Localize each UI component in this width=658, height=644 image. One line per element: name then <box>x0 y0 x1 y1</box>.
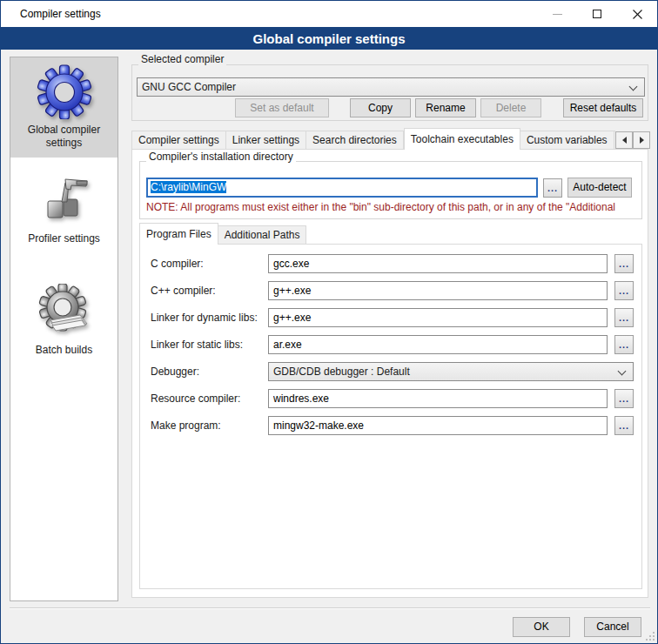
auto-detect-button[interactable]: Auto-detect <box>567 178 632 198</box>
subtab-program-files[interactable]: Program Files <box>139 223 218 245</box>
form-row-static-linker: Linker for static libs: ... <box>140 335 641 354</box>
title-bar[interactable]: Compiler settings <box>1 1 657 27</box>
selected-compiler-legend: Selected compiler <box>138 53 226 65</box>
maximize-icon <box>593 10 601 18</box>
c-compiler-browse-button[interactable]: ... <box>614 254 634 273</box>
tab-search-directories[interactable]: Search directories <box>306 131 404 150</box>
field-label: C++ compiler: <box>151 281 216 300</box>
field-label: Resource compiler: <box>151 389 240 408</box>
compiler-select-value: GNU GCC Compiler <box>142 81 236 93</box>
chevron-down-icon <box>618 367 627 376</box>
arrow-right-icon <box>640 137 644 144</box>
form-row-resource-compiler: Resource compiler: ... <box>140 389 641 408</box>
footer-divider <box>10 607 650 609</box>
chevron-down-icon <box>629 83 638 91</box>
resource-compiler-input[interactable] <box>268 389 608 408</box>
make-program-input[interactable] <box>268 416 608 435</box>
copy-button[interactable]: Copy <box>350 98 411 117</box>
tab-linker-settings[interactable]: Linker settings <box>226 131 306 150</box>
main-panel: Selected compiler GNU GCC Compiler Set a… <box>130 53 652 601</box>
compiler-select[interactable]: GNU GCC Compiler <box>137 77 645 97</box>
blue-gear-icon <box>37 64 92 119</box>
settings-category-list: Global compiler settings Profiler settin… <box>10 57 118 601</box>
tab-toolchain-executables[interactable]: Toolchain executables <box>404 128 520 150</box>
tab-scroll-right-button[interactable] <box>633 131 650 149</box>
dynamic-linker-browse-button[interactable]: ... <box>614 308 634 327</box>
install-dir-legend: Compiler's installation directory <box>146 151 296 163</box>
debugger-select[interactable]: GDB/CDB debugger : Default <box>268 362 634 381</box>
minimize-icon <box>553 14 562 15</box>
arrow-left-icon <box>622 137 627 144</box>
toolchain-executables-page: Compiler's installation directory C:\ray… <box>131 149 648 598</box>
field-label: Make program: <box>151 416 221 435</box>
tab-custom-variables[interactable]: Custom variables <box>520 131 614 150</box>
sidebar-item-profiler-settings[interactable]: Profiler settings <box>10 166 118 253</box>
sidebar-item-global-compiler-settings[interactable]: Global compiler settings <box>10 57 118 158</box>
debugger-select-value: GDB/CDB debugger : Default <box>273 366 410 378</box>
set-as-default-button[interactable]: Set as default <box>235 98 329 117</box>
settings-tabstrip: Compiler settingsLinker settingsSearch d… <box>131 128 615 150</box>
close-button[interactable] <box>617 1 657 27</box>
maximize-button[interactable] <box>577 1 617 27</box>
form-row-make-program: Make program: ... <box>140 416 641 435</box>
form-row-debugger: Debugger: GDB/CDB debugger : Default <box>140 362 641 381</box>
compiler-buttons-row: Set as default Copy Rename Delete Reset … <box>137 98 645 117</box>
banner-title: Global compiler settings <box>252 31 405 46</box>
sidebar-item-label: Global compiler settings <box>14 124 114 150</box>
sidebar-item-label: Profiler settings <box>14 232 114 245</box>
resize-grip[interactable] <box>646 632 655 641</box>
ok-button[interactable]: OK <box>513 617 570 637</box>
field-label: C compiler: <box>151 254 204 273</box>
window-title: Compiler settings <box>20 8 101 20</box>
caliper-icon <box>37 172 92 228</box>
form-row-c-compiler: C compiler: ... <box>140 254 641 273</box>
tab-compiler-settings[interactable]: Compiler settings <box>131 131 226 150</box>
install-dir-selected-text: C:\raylib\MinGW <box>151 181 226 193</box>
install-dir-input[interactable]: C:\raylib\MinGW <box>146 178 538 198</box>
sidebar-item-batch-builds[interactable]: Batch builds <box>10 278 118 365</box>
dynamic-linker-input[interactable] <box>268 308 608 327</box>
minimize-button[interactable] <box>537 1 577 27</box>
install-dir-browse-button[interactable]: ... <box>543 178 562 198</box>
field-label: Debugger: <box>151 362 199 381</box>
cpp-compiler-browse-button[interactable]: ... <box>614 281 634 300</box>
cpp-compiler-input[interactable] <box>268 281 608 300</box>
sidebar-item-label: Batch builds <box>14 344 114 357</box>
compiler-settings-dialog: Compiler settings Global compiler settin… <box>0 0 658 644</box>
gray-gear-papers-icon <box>37 284 92 339</box>
dialog-banner: Global compiler settings <box>1 27 657 50</box>
make-program-browse-button[interactable]: ... <box>614 416 634 435</box>
cancel-button[interactable]: Cancel <box>584 617 641 637</box>
close-icon <box>633 10 642 19</box>
program-files-page: C compiler: ... C++ compiler: ... Linker… <box>139 244 642 589</box>
tab-scroll-left-button[interactable] <box>615 131 633 149</box>
field-label: Linker for static libs: <box>151 335 243 354</box>
static-linker-browse-button[interactable]: ... <box>614 335 634 354</box>
program-files-tabstrip: Program FilesAdditional Paths <box>139 223 306 245</box>
static-linker-input[interactable] <box>268 335 608 354</box>
resource-compiler-browse-button[interactable]: ... <box>614 389 634 408</box>
form-row-cpp-compiler: C++ compiler: ... <box>140 281 641 300</box>
field-label: Linker for dynamic libs: <box>151 308 258 327</box>
reset-defaults-button[interactable]: Reset defaults <box>563 98 643 117</box>
rename-button[interactable]: Rename <box>415 98 476 117</box>
delete-button[interactable]: Delete <box>480 98 541 117</box>
install-dir-note: NOTE: All programs must exist either in … <box>146 201 639 213</box>
form-row-dynamic-linker: Linker for dynamic libs: ... <box>140 308 641 327</box>
c-compiler-input[interactable] <box>268 254 608 273</box>
subtab-additional-paths[interactable]: Additional Paths <box>218 225 307 245</box>
